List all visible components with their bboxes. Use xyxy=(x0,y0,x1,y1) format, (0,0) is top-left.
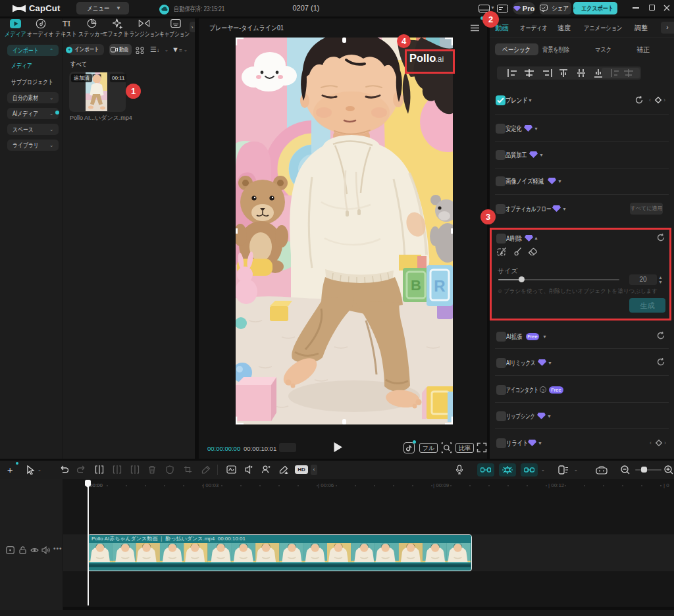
svg-text:R: R xyxy=(434,277,445,295)
svg-text:Pollo: Pollo xyxy=(409,52,436,64)
svg-text:.ai: .ai xyxy=(435,55,444,64)
svg-text:B: B xyxy=(411,277,421,294)
